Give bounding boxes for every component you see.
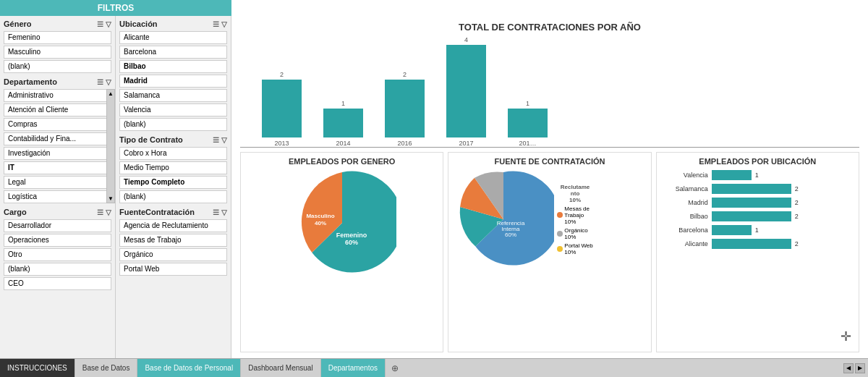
ub-val-barcelona: 1: [755, 226, 759, 234]
fc-item-1[interactable]: Mesas de Trabajo: [119, 234, 227, 247]
departamento-title: Departamento: [4, 77, 57, 86]
cargo-item-1[interactable]: Operaciones: [4, 234, 111, 247]
fc-item-0[interactable]: Agencia de Reclutamiento: [119, 219, 227, 232]
scroll-left-btn[interactable]: ◀: [843, 363, 854, 373]
bar-2017-value: 4: [464, 36, 468, 43]
bar-2017: 4 2017: [446, 36, 486, 147]
dept-item-7[interactable]: Logística: [4, 190, 111, 203]
cargo-title: Cargo: [4, 208, 27, 216]
scroll-right-btn[interactable]: ▶: [855, 363, 865, 373]
tab-instrucciones[interactable]: INSTRUCCIONES: [0, 359, 75, 377]
ub-item-3[interactable]: Madrid: [119, 75, 227, 88]
dept-item-3[interactable]: Contabilidad y Fina...: [4, 132, 111, 145]
ub-item-1[interactable]: Barcelona: [119, 46, 227, 59]
genero-section: Género ☰ ▽ Femenino Masculino (blank): [4, 20, 111, 73]
ub-item-6[interactable]: (blank): [119, 118, 227, 131]
dept-item-1[interactable]: Atención al Cliente: [4, 103, 111, 117]
bar-2014-value: 1: [341, 100, 345, 107]
cargo-item-4[interactable]: CEO: [4, 277, 111, 290]
chart-area: TOTAL DE CONTRATACIONES POR AÑO 2 2013 1…: [231, 16, 868, 358]
masculino-pct: 40%: [315, 220, 326, 226]
femenino-label: Femenino: [336, 232, 367, 239]
fc-item-2[interactable]: Orgánico: [119, 248, 227, 261]
ub-row-bilbao: Bilbao 2: [661, 211, 854, 221]
bar-2018-value: 1: [526, 100, 529, 107]
ub-item-2[interactable]: Bilbao: [119, 60, 227, 73]
fuente-chart-title: FUENTE DE CONTRATACIÓN: [495, 157, 605, 166]
bar-2013-rect: [262, 80, 302, 137]
genero-item-0[interactable]: Femenino: [4, 31, 111, 44]
dept-item-4[interactable]: Investigación: [4, 147, 111, 160]
fuente-contratacion-section: FuenteContratación ☰ ▽ Agencia de Reclut…: [119, 208, 227, 276]
bar-chart-title: TOTAL DE CONTRATACIONES POR AÑO: [240, 22, 859, 33]
fuente-contratacion-title: FuenteContratación: [119, 208, 195, 216]
sidebar-middle: Ubicación ☰ ▽ Alicante Barcelona Bilbao …: [116, 16, 231, 358]
ubicacion-chart-title: EMPLEADOS POR UBICACIÓN: [661, 157, 854, 166]
plus-cursor: ✛: [841, 329, 851, 344]
tab-add-button[interactable]: ⊕: [386, 360, 404, 376]
ub-bar-bilbao: [712, 211, 791, 221]
bar-2014-label: 2014: [336, 140, 350, 147]
dept-item-6[interactable]: Legal: [4, 176, 111, 189]
dept-item-2[interactable]: Compras: [4, 118, 111, 131]
mesas-legend-text: Mesas deTrabajo10%: [564, 206, 590, 225]
ub-bar-salamanca: [712, 184, 791, 194]
bar-2014: 1 2014: [323, 100, 363, 147]
bar-2013: 2 2013: [262, 71, 302, 147]
portal-legend-text: Portal Web10%: [564, 242, 592, 255]
ub-label-salamanca: Salamanca: [661, 185, 708, 192]
cargo-item-0[interactable]: Desarrollador: [4, 219, 111, 232]
ub-bar-barcelona: [712, 225, 752, 235]
organico-legend: Orgánico10%: [557, 227, 592, 240]
dept-item-0[interactable]: Administrativo: [4, 89, 111, 102]
ub-val-valencia: 1: [755, 171, 759, 179]
genero-chart-title: EMPLEADOS POR GENERO: [289, 157, 395, 166]
departamento-section: Departamento ☰ ▽ Administrativo Atención…: [4, 77, 111, 203]
bar-2018: 1 201…: [508, 100, 548, 147]
bar-chart-section: TOTAL DE CONTRATACIONES POR AÑO 2 2013 1…: [240, 22, 859, 148]
ubicacion-header: Ubicación ☰ ▽: [119, 20, 227, 28]
cargo-section: Cargo ☰ ▽ Desarrollador Operaciones Otro…: [4, 208, 111, 290]
ub-row-valencia: Valencia 1: [661, 170, 854, 180]
tc-item-0[interactable]: Cobro x Hora: [119, 147, 227, 160]
cargo-item-3[interactable]: (blank): [4, 263, 111, 276]
tc-item-3[interactable]: (blank): [119, 190, 227, 203]
bar-2013-label: 2013: [274, 140, 289, 147]
ub-item-5[interactable]: Valencia: [119, 103, 227, 117]
tab-departamentos[interactable]: Departamentos: [321, 359, 386, 377]
fuente-chart-content: Referencia Interna 60% Reclutamento10% M…: [453, 169, 646, 270]
dept-item-5[interactable]: IT: [4, 161, 111, 174]
cargo-item-2[interactable]: Otro: [4, 248, 111, 261]
fuente-icons: ☰ ▽: [213, 208, 227, 216]
filtros-header: FILTROS: [0, 0, 231, 16]
fc-item-3[interactable]: Portal Web: [119, 263, 227, 276]
tc-item-2[interactable]: Tiempo Completo: [119, 176, 227, 189]
tab-base-datos[interactable]: Base de Datos: [75, 359, 137, 377]
fuente-pie-svg: Referencia Interna 60%: [453, 169, 554, 270]
ub-item-4[interactable]: Salamanca: [119, 89, 227, 102]
departamento-header: Departamento ☰ ▽: [4, 77, 111, 86]
genero-header: Género ☰ ▽: [4, 20, 111, 28]
tc-item-1[interactable]: Medio Tiempo: [119, 161, 227, 174]
ub-row-barcelona: Barcelona 1: [661, 225, 854, 235]
scroll-controls: ◀ ▶: [843, 363, 868, 373]
ubicacion-section: Ubicación ☰ ▽ Alicante Barcelona Bilbao …: [119, 20, 227, 131]
ub-label-valencia: Valencia: [661, 171, 708, 179]
tab-dashboard-mensual[interactable]: Dashboard Mensual: [241, 359, 321, 377]
dept-scrollbar[interactable]: ▲ ▼: [106, 89, 115, 203]
fuente-contratacion-header: FuenteContratación ☰ ▽: [119, 208, 227, 216]
genero-item-1[interactable]: Masculino: [4, 46, 111, 59]
genero-icons: ☰ ▽: [97, 20, 111, 28]
bar-2017-rect: [446, 45, 486, 137]
genero-pie: Femenino 60% Masculino 40%: [288, 169, 396, 277]
tab-base-datos-personal[interactable]: Base de Datos de Personal: [137, 359, 241, 377]
genero-item-2[interactable]: (blank): [4, 60, 111, 73]
genero-chart-panel: EMPLEADOS POR GENERO Femenino 60% Mascul…: [240, 152, 443, 352]
tipo-contrato-section: Tipo de Contrato ☰ ▽ Cobro x Hora Medio …: [119, 135, 227, 203]
bar-2016-label: 2016: [397, 140, 412, 147]
app-container: FILTROS Género ☰ ▽ Femenino Masculino (b…: [0, 0, 868, 377]
ub-item-0[interactable]: Alicante: [119, 31, 227, 44]
cargo-header: Cargo ☰ ▽: [4, 208, 111, 216]
genero-title: Género: [4, 20, 32, 28]
bar-2016: 2 2016: [385, 71, 425, 147]
